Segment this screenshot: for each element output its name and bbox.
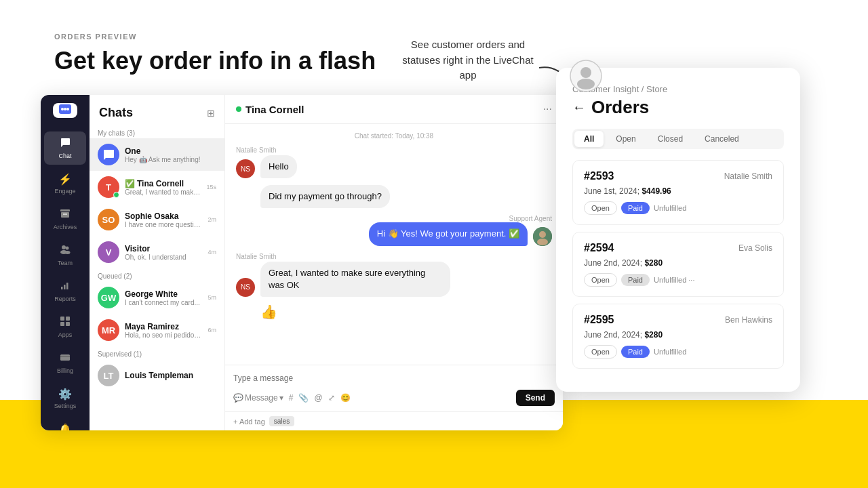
queued-label: Queued (2) <box>90 268 224 281</box>
msg-bubble-customer-2: Did my payment go through? <box>260 185 390 208</box>
msg-sender-natalie-3: Natalie Smith <box>236 253 552 260</box>
chat-avatar-visitor: V <box>98 241 119 263</box>
svg-rect-18 <box>60 317 64 321</box>
sidebar-apps-label: Apps <box>58 331 73 338</box>
chat-item-tina[interactable]: T ✅ Tina Cornell Great, I wanted to make… <box>90 171 224 203</box>
svg-rect-17 <box>66 283 68 289</box>
sidebar-item-chat[interactable]: Chat <box>44 131 86 165</box>
svg-point-11 <box>62 245 66 249</box>
chat-item-visitor[interactable]: V Visitor Oh, ok. I understand 4m <box>90 236 224 268</box>
emoji-message: 👍 <box>260 304 277 320</box>
chat-preview-maya: Hola, no seo mi pedido en la tla... <box>125 331 202 339</box>
supervised-label: Supervised (1) <box>90 346 224 359</box>
chat-item-one[interactable]: One Hey 🤖 Ask me anything! <box>90 138 224 171</box>
chat-time-sophie: 2m <box>208 216 216 223</box>
chat-info-george: George White I can't connect my card... <box>125 289 202 306</box>
at-tool[interactable]: @ <box>314 393 322 403</box>
insight-panel: Customer Insight / Store ← Orders All Op… <box>556 68 800 392</box>
tab-canceled[interactable]: Canceled <box>695 131 749 147</box>
my-chats-label: My chats (3) <box>90 125 224 138</box>
chat-avatar-tina: T <box>98 176 119 198</box>
order-badges-2595: Open Paid Unfulfilled <box>584 345 772 359</box>
order-amount-2593: $449.96 <box>642 186 671 196</box>
svg-point-14 <box>65 251 71 254</box>
tag-badge-sales[interactable]: sales <box>269 416 294 426</box>
sidebar-item-archives[interactable]: Archives <box>44 203 86 236</box>
chat-avatar-sophie: SO <box>98 209 119 230</box>
chat-contact-name: Tina Cornell <box>236 104 304 115</box>
billing-icon <box>60 352 71 365</box>
chat-info-maya: Maya Ramirez Hola, no seo mi pedido en l… <box>125 322 202 339</box>
chat-info-louis: Louis Templeman <box>125 371 216 380</box>
sidebar-logo <box>53 103 77 118</box>
sidebar-item-news[interactable]: 🔔 News <box>44 418 86 430</box>
badge-open-2595: Open <box>584 345 617 359</box>
chat-avatar-louis: LT <box>98 365 119 386</box>
chat-options-button[interactable]: ··· <box>543 103 552 115</box>
back-button[interactable]: ← <box>572 100 586 115</box>
app-mockup: Chat ⚡ Engage Archives <box>41 95 563 430</box>
chat-name-visitor: Visitor <box>125 244 202 253</box>
chat-item-sophie[interactable]: SO Sophie Osaka I have one more question… <box>90 203 224 236</box>
svg-rect-20 <box>60 322 64 326</box>
attachment-tool[interactable]: 📎 <box>298 393 309 403</box>
order-date-2594: June 2nd, 2024; $280 <box>584 258 772 268</box>
order-date-2595: June 2nd, 2024; $280 <box>584 330 772 340</box>
tab-open[interactable]: Open <box>606 131 645 147</box>
tab-all[interactable]: All <box>574 131 604 147</box>
sidebar-item-engage[interactable]: ⚡ Engage <box>44 167 86 200</box>
sidebar-item-team[interactable]: Team <box>44 239 86 272</box>
tab-closed[interactable]: Closed <box>648 131 692 147</box>
expand-tool[interactable]: ⤢ <box>328 393 335 403</box>
chat-avatar-maya: MR <box>98 319 119 341</box>
sidebar-item-billing[interactable]: Billing <box>44 346 86 380</box>
chat-window: Tina Cornell ··· Chat started: Today, 10… <box>225 95 563 430</box>
sidebar-engage-label: Engage <box>54 188 75 195</box>
chat-info-visitor: Visitor Oh, ok. I understand <box>125 244 202 261</box>
hash-tool[interactable]: # <box>289 393 294 403</box>
msg-bubble-agent: Hi 👋 Yes! We got your payment. ✅ <box>369 222 528 245</box>
message-tool[interactable]: 💬 Message ▾ <box>233 393 283 403</box>
chat-item-maya[interactable]: MR Maya Ramirez Hola, no seo mi pedido e… <box>90 314 224 346</box>
chat-preview-tina: Great, I wanted to make sure ever... <box>125 188 201 196</box>
badge-paid-2595: Paid <box>621 346 650 358</box>
chat-item-george[interactable]: GW George White I can't connect my card.… <box>90 281 224 314</box>
filter-icon[interactable]: ⊞ <box>207 108 215 119</box>
chat-time-visitor: 4m <box>208 249 216 256</box>
order-card-2594: #2594 Eva Solis June 2nd, 2024; $280 Ope… <box>572 232 784 297</box>
add-tag-label[interactable]: + Add tag <box>233 418 265 426</box>
order-card-2595: #2595 Ben Hawkins June 2nd, 2024; $280 O… <box>572 304 784 369</box>
chat-header: Tina Cornell ··· <box>225 95 563 124</box>
apps-icon <box>60 316 71 329</box>
svg-rect-16 <box>64 285 66 289</box>
order-amount-2595: $280 <box>644 330 663 340</box>
chat-preview-visitor: Oh, ok. I understand <box>125 253 202 261</box>
billing-label: Billing <box>57 367 73 374</box>
badge-unfulfilled-2594: Unfulfilled ··· <box>654 276 695 284</box>
svg-rect-21 <box>66 322 70 326</box>
svg-point-25 <box>539 231 546 238</box>
sidebar-archives-label: Archives <box>54 224 77 230</box>
sidebar-item-reports[interactable]: Reports <box>44 274 86 308</box>
chat-name-sophie: Sophie Osaka <box>125 211 202 221</box>
chat-name-tina: ✅ Tina Cornell <box>125 179 201 188</box>
sidebar-item-settings[interactable]: ⚙️ Settings <box>44 382 86 415</box>
svg-rect-8 <box>60 209 70 211</box>
chat-preview-sophie: I have one more question. Could... <box>125 221 202 228</box>
send-button[interactable]: Send <box>516 390 555 406</box>
online-status-dot <box>236 106 241 112</box>
chat-time-george: 5m <box>208 294 216 301</box>
chat-message-input[interactable] <box>233 371 555 386</box>
chat-messages-area: Chat started: Today, 10:38 Natalie Smith… <box>225 124 563 365</box>
chat-system-message: Chat started: Today, 10:38 <box>236 132 552 140</box>
order-id-2594: #2594 <box>584 242 614 254</box>
order-customer-2594: Eva Solis <box>738 243 772 253</box>
chat-item-louis[interactable]: LT Louis Templeman <box>90 359 224 392</box>
chat-info-sophie: Sophie Osaka I have one more question. C… <box>125 211 202 228</box>
sidebar-item-apps[interactable]: Apps <box>44 310 86 344</box>
emoji-tool[interactable]: 😊 <box>340 393 351 403</box>
svg-rect-15 <box>61 287 63 289</box>
svg-point-5 <box>61 108 64 110</box>
chat-avatar-george: GW <box>98 287 119 308</box>
svg-point-3 <box>577 79 595 89</box>
